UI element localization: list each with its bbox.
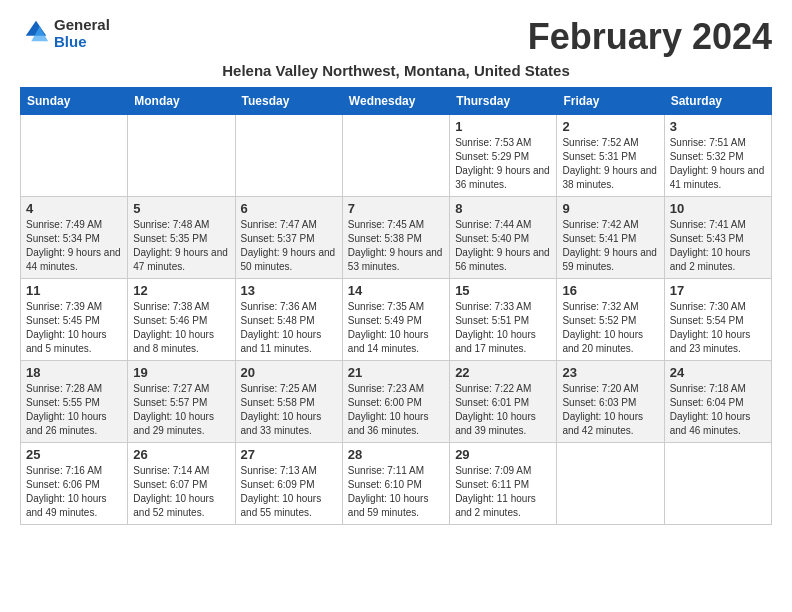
calendar-cell: 18Sunrise: 7:28 AM Sunset: 5:55 PM Dayli… — [21, 361, 128, 443]
day-number: 13 — [241, 283, 337, 298]
day-info: Sunrise: 7:48 AM Sunset: 5:35 PM Dayligh… — [133, 218, 229, 274]
calendar-cell: 3Sunrise: 7:51 AM Sunset: 5:32 PM Daylig… — [664, 115, 771, 197]
weekday-header-friday: Friday — [557, 88, 664, 115]
calendar-cell: 1Sunrise: 7:53 AM Sunset: 5:29 PM Daylig… — [450, 115, 557, 197]
day-info: Sunrise: 7:35 AM Sunset: 5:49 PM Dayligh… — [348, 300, 444, 356]
day-info: Sunrise: 7:42 AM Sunset: 5:41 PM Dayligh… — [562, 218, 658, 274]
calendar-cell: 17Sunrise: 7:30 AM Sunset: 5:54 PM Dayli… — [664, 279, 771, 361]
calendar-week-row: 1Sunrise: 7:53 AM Sunset: 5:29 PM Daylig… — [21, 115, 772, 197]
day-info: Sunrise: 7:20 AM Sunset: 6:03 PM Dayligh… — [562, 382, 658, 438]
day-info: Sunrise: 7:38 AM Sunset: 5:46 PM Dayligh… — [133, 300, 229, 356]
calendar-cell — [128, 115, 235, 197]
day-number: 10 — [670, 201, 766, 216]
calendar-cell: 22Sunrise: 7:22 AM Sunset: 6:01 PM Dayli… — [450, 361, 557, 443]
calendar-cell: 27Sunrise: 7:13 AM Sunset: 6:09 PM Dayli… — [235, 443, 342, 525]
calendar-cell: 25Sunrise: 7:16 AM Sunset: 6:06 PM Dayli… — [21, 443, 128, 525]
calendar-cell: 16Sunrise: 7:32 AM Sunset: 5:52 PM Dayli… — [557, 279, 664, 361]
day-info: Sunrise: 7:16 AM Sunset: 6:06 PM Dayligh… — [26, 464, 122, 520]
calendar-week-row: 18Sunrise: 7:28 AM Sunset: 5:55 PM Dayli… — [21, 361, 772, 443]
calendar-cell: 20Sunrise: 7:25 AM Sunset: 5:58 PM Dayli… — [235, 361, 342, 443]
day-number: 14 — [348, 283, 444, 298]
calendar-cell: 7Sunrise: 7:45 AM Sunset: 5:38 PM Daylig… — [342, 197, 449, 279]
day-number: 18 — [26, 365, 122, 380]
day-number: 22 — [455, 365, 551, 380]
day-info: Sunrise: 7:27 AM Sunset: 5:57 PM Dayligh… — [133, 382, 229, 438]
calendar-cell — [235, 115, 342, 197]
day-number: 2 — [562, 119, 658, 134]
day-number: 19 — [133, 365, 229, 380]
weekday-header-thursday: Thursday — [450, 88, 557, 115]
calendar-cell — [557, 443, 664, 525]
calendar-cell: 2Sunrise: 7:52 AM Sunset: 5:31 PM Daylig… — [557, 115, 664, 197]
day-info: Sunrise: 7:39 AM Sunset: 5:45 PM Dayligh… — [26, 300, 122, 356]
weekday-header-sunday: Sunday — [21, 88, 128, 115]
day-number: 3 — [670, 119, 766, 134]
day-info: Sunrise: 7:49 AM Sunset: 5:34 PM Dayligh… — [26, 218, 122, 274]
calendar-week-row: 25Sunrise: 7:16 AM Sunset: 6:06 PM Dayli… — [21, 443, 772, 525]
day-number: 20 — [241, 365, 337, 380]
calendar-cell — [342, 115, 449, 197]
day-info: Sunrise: 7:11 AM Sunset: 6:10 PM Dayligh… — [348, 464, 444, 520]
day-number: 12 — [133, 283, 229, 298]
weekday-header-tuesday: Tuesday — [235, 88, 342, 115]
day-info: Sunrise: 7:23 AM Sunset: 6:00 PM Dayligh… — [348, 382, 444, 438]
day-info: Sunrise: 7:36 AM Sunset: 5:48 PM Dayligh… — [241, 300, 337, 356]
calendar-cell: 19Sunrise: 7:27 AM Sunset: 5:57 PM Dayli… — [128, 361, 235, 443]
day-number: 25 — [26, 447, 122, 462]
calendar-cell: 9Sunrise: 7:42 AM Sunset: 5:41 PM Daylig… — [557, 197, 664, 279]
calendar-cell — [664, 443, 771, 525]
day-number: 15 — [455, 283, 551, 298]
day-number: 4 — [26, 201, 122, 216]
calendar-cell: 5Sunrise: 7:48 AM Sunset: 5:35 PM Daylig… — [128, 197, 235, 279]
day-number: 27 — [241, 447, 337, 462]
calendar-cell: 12Sunrise: 7:38 AM Sunset: 5:46 PM Dayli… — [128, 279, 235, 361]
day-number: 24 — [670, 365, 766, 380]
day-info: Sunrise: 7:22 AM Sunset: 6:01 PM Dayligh… — [455, 382, 551, 438]
logo-general: General — [54, 16, 110, 33]
day-number: 8 — [455, 201, 551, 216]
page-header: General Blue February 2024 — [20, 16, 772, 58]
day-info: Sunrise: 7:32 AM Sunset: 5:52 PM Dayligh… — [562, 300, 658, 356]
day-info: Sunrise: 7:45 AM Sunset: 5:38 PM Dayligh… — [348, 218, 444, 274]
calendar-cell: 29Sunrise: 7:09 AM Sunset: 6:11 PM Dayli… — [450, 443, 557, 525]
weekday-header-monday: Monday — [128, 88, 235, 115]
day-number: 11 — [26, 283, 122, 298]
day-number: 28 — [348, 447, 444, 462]
calendar-table: SundayMondayTuesdayWednesdayThursdayFrid… — [20, 87, 772, 525]
calendar-cell: 23Sunrise: 7:20 AM Sunset: 6:03 PM Dayli… — [557, 361, 664, 443]
day-info: Sunrise: 7:13 AM Sunset: 6:09 PM Dayligh… — [241, 464, 337, 520]
calendar-cell: 13Sunrise: 7:36 AM Sunset: 5:48 PM Dayli… — [235, 279, 342, 361]
day-info: Sunrise: 7:14 AM Sunset: 6:07 PM Dayligh… — [133, 464, 229, 520]
day-number: 23 — [562, 365, 658, 380]
day-number: 6 — [241, 201, 337, 216]
day-number: 26 — [133, 447, 229, 462]
calendar-week-row: 4Sunrise: 7:49 AM Sunset: 5:34 PM Daylig… — [21, 197, 772, 279]
day-info: Sunrise: 7:33 AM Sunset: 5:51 PM Dayligh… — [455, 300, 551, 356]
day-number: 7 — [348, 201, 444, 216]
calendar-cell: 4Sunrise: 7:49 AM Sunset: 5:34 PM Daylig… — [21, 197, 128, 279]
logo-blue: Blue — [54, 33, 110, 50]
weekday-header-wednesday: Wednesday — [342, 88, 449, 115]
day-info: Sunrise: 7:53 AM Sunset: 5:29 PM Dayligh… — [455, 136, 551, 192]
logo: General Blue — [20, 16, 110, 50]
calendar-cell: 14Sunrise: 7:35 AM Sunset: 5:49 PM Dayli… — [342, 279, 449, 361]
calendar-cell: 15Sunrise: 7:33 AM Sunset: 5:51 PM Dayli… — [450, 279, 557, 361]
day-info: Sunrise: 7:28 AM Sunset: 5:55 PM Dayligh… — [26, 382, 122, 438]
day-number: 5 — [133, 201, 229, 216]
day-number: 16 — [562, 283, 658, 298]
calendar-cell: 28Sunrise: 7:11 AM Sunset: 6:10 PM Dayli… — [342, 443, 449, 525]
weekday-header-row: SundayMondayTuesdayWednesdayThursdayFrid… — [21, 88, 772, 115]
weekday-header-saturday: Saturday — [664, 88, 771, 115]
day-info: Sunrise: 7:52 AM Sunset: 5:31 PM Dayligh… — [562, 136, 658, 192]
day-info: Sunrise: 7:18 AM Sunset: 6:04 PM Dayligh… — [670, 382, 766, 438]
location-title: Helena Valley Northwest, Montana, United… — [20, 62, 772, 79]
calendar-cell: 8Sunrise: 7:44 AM Sunset: 5:40 PM Daylig… — [450, 197, 557, 279]
calendar-cell: 6Sunrise: 7:47 AM Sunset: 5:37 PM Daylig… — [235, 197, 342, 279]
calendar-cell: 21Sunrise: 7:23 AM Sunset: 6:00 PM Dayli… — [342, 361, 449, 443]
day-number: 9 — [562, 201, 658, 216]
calendar-cell: 24Sunrise: 7:18 AM Sunset: 6:04 PM Dayli… — [664, 361, 771, 443]
day-number: 17 — [670, 283, 766, 298]
day-number: 21 — [348, 365, 444, 380]
day-number: 1 — [455, 119, 551, 134]
calendar-week-row: 11Sunrise: 7:39 AM Sunset: 5:45 PM Dayli… — [21, 279, 772, 361]
